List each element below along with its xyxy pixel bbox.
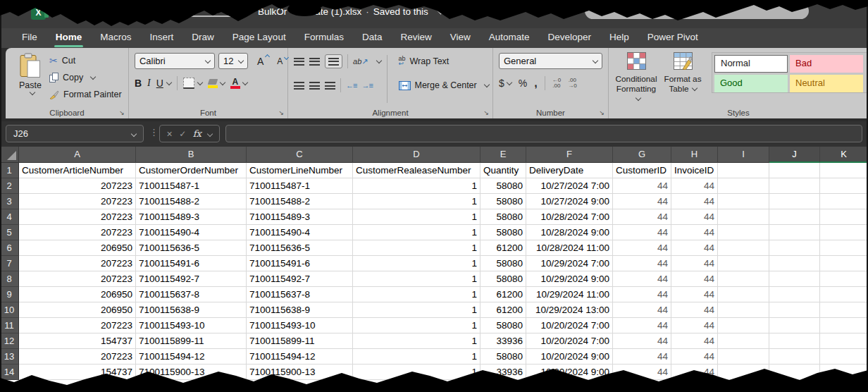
cell[interactable] [820,240,868,256]
alignment-dialog-launcher-icon[interactable] [483,109,489,116]
style-chip-bad[interactable]: Bad [790,55,863,73]
cell[interactable]: 10/28/2024 9:00 [526,225,613,240]
tab-developer[interactable]: Developer [539,28,601,48]
cell[interactable]: 206950 [19,240,136,256]
document-title[interactable]: BulkOr ate (1).xlsx · Saved to this [258,6,443,17]
cell[interactable]: 1 [353,349,480,365]
align-right-button[interactable] [325,82,335,90]
cell[interactable] [769,365,820,380]
cell[interactable]: 7100115493-10 [247,318,353,333]
cell[interactable] [718,178,769,194]
cell[interactable]: 1 [353,318,480,333]
cell[interactable]: 1 [353,209,480,225]
cell[interactable]: 10/28/2024 7:00 [526,209,613,225]
chevron-down-icon[interactable] [220,80,225,85]
cell[interactable]: 1 [353,271,480,287]
chevron-down-icon[interactable] [507,80,512,85]
cell[interactable] [769,349,820,365]
tab-view[interactable]: View [441,28,480,48]
cell[interactable] [769,163,820,178]
chevron-down-icon[interactable] [197,80,203,85]
cell[interactable]: 44 [671,271,718,287]
row-header[interactable]: 9 [0,287,19,302]
cell[interactable]: 10/20/2024 9:00 [526,365,613,380]
insert-function-icon[interactable]: fx [193,128,202,139]
cell[interactable] [718,302,769,318]
cell[interactable]: 7100115491-6 [247,256,353,271]
cell[interactable] [718,333,769,349]
bold-button[interactable]: B [135,78,142,89]
decrease-indent-button[interactable]: ←≡ [346,81,356,90]
cell[interactable] [769,333,820,349]
cell[interactable]: 7100115489-3 [247,209,353,225]
cell[interactable]: 207223 [19,209,136,225]
cell[interactable]: 44 [613,302,671,318]
cell[interactable] [820,302,868,318]
cell[interactable]: 44 [671,318,718,333]
cell[interactable]: Quantity [480,163,526,178]
tab-power-pivot[interactable]: Power Pivot [638,28,707,48]
cell[interactable]: 44 [613,209,671,225]
row-header[interactable]: 14 [0,365,19,380]
name-box[interactable]: J26 [6,125,144,142]
cell[interactable]: 7100115492-7 [136,271,247,287]
cell[interactable] [718,271,769,287]
cell[interactable] [820,271,868,287]
cell[interactable]: 7100115487-1 [136,178,247,194]
enter-icon[interactable]: ✓ [179,129,186,139]
cell[interactable]: CustomerID [613,163,671,178]
row-header[interactable]: 6 [0,240,19,256]
cell[interactable] [718,209,769,225]
percent-format-button[interactable]: % [519,78,527,89]
row-header[interactable]: 13 [0,349,19,365]
bottom-align-button-selected[interactable] [325,54,342,68]
row-header[interactable]: 10 [0,302,19,318]
chevron-down-icon[interactable] [242,80,248,85]
fill-color-button[interactable] [208,79,218,88]
number-format-select[interactable]: General [499,53,602,69]
row-header[interactable]: 2 [0,178,19,194]
cell[interactable]: 1 [353,365,480,380]
cell[interactable]: 1 [353,333,480,349]
cell[interactable] [769,318,820,333]
cut-button[interactable]: ✂ Cut [49,54,122,67]
cell[interactable]: 44 [671,256,718,271]
cell[interactable] [820,349,868,365]
row-header[interactable]: 8 [0,271,19,287]
column-header-h[interactable]: H [671,147,718,163]
decrease-decimal-button[interactable]: .00→0 [568,78,576,89]
cell[interactable]: 1 [353,178,480,194]
cell[interactable]: 58080 [480,256,526,271]
cell[interactable]: 44 [671,240,718,256]
cell[interactable]: 7100115636-5 [136,240,247,256]
cell[interactable] [718,365,769,380]
cell[interactable]: 44 [613,194,671,209]
cell[interactable]: 206950 [19,302,136,318]
cell[interactable] [820,318,868,333]
cell[interactable]: 207223 [19,225,136,240]
cell[interactable]: 44 [671,365,718,380]
cell[interactable]: 58080 [480,349,526,365]
cell[interactable] [820,287,868,302]
borders-button[interactable] [183,78,194,89]
cell[interactable] [718,163,769,178]
format-painter-button[interactable]: Format Painter [49,88,122,101]
cell[interactable] [718,194,769,209]
cell[interactable] [820,256,868,271]
cell[interactable]: 58080 [480,225,526,240]
cell[interactable]: 10/27/2024 7:00 [526,178,613,194]
cell[interactable]: 44 [671,209,718,225]
font-size-select[interactable]: 12 [218,53,248,69]
column-header-a[interactable]: A [19,147,136,163]
cell[interactable]: 33936 [480,333,526,349]
conditional-formatting-button[interactable]: Conditional Formatting [613,52,659,104]
cell[interactable]: 7100115900-13 [136,365,247,380]
cell[interactable]: 154737 [19,365,136,380]
font-name-select[interactable]: Calibri [135,53,215,69]
tab-file[interactable]: File [13,28,46,48]
cell[interactable]: 7100115636-5 [247,240,353,256]
column-header-b[interactable]: B [136,147,247,163]
cell[interactable]: 10/28/2024 11:00 [526,240,613,256]
chevron-down-icon[interactable] [376,58,381,63]
cell[interactable] [769,178,820,194]
